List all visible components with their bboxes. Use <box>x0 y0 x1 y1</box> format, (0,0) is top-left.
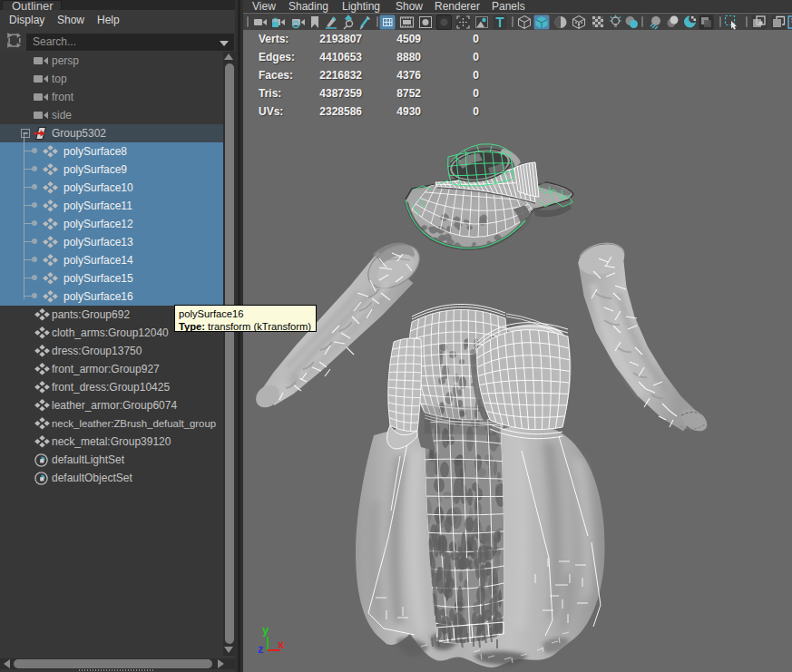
svg-text:y: y <box>262 623 269 637</box>
svg-text:x: x <box>278 638 285 651</box>
svg-text:z: z <box>258 642 264 656</box>
